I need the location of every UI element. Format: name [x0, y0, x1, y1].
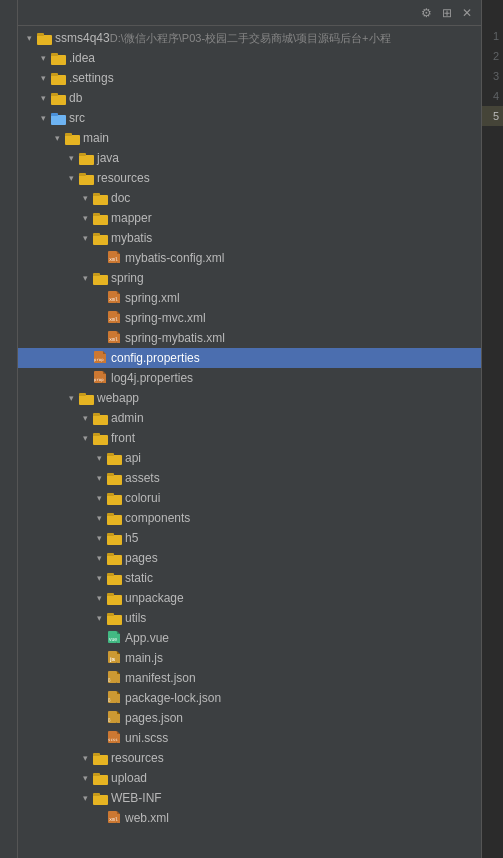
tree-item-components[interactable]: components [18, 508, 481, 528]
folder-icon [50, 90, 66, 106]
tree-arrow[interactable] [50, 131, 64, 145]
tree-item-pages[interactable]: pages [18, 548, 481, 568]
tree-item-label: api [125, 451, 141, 465]
tree-arrow[interactable] [64, 391, 78, 405]
tree-item-db[interactable]: db [18, 88, 481, 108]
tree-item-doc[interactable]: doc [18, 188, 481, 208]
tree-arrow[interactable] [92, 571, 106, 585]
tree-item-uni-scss[interactable]: scssuni.scss [18, 728, 481, 748]
folder-icon [92, 210, 108, 226]
tree-item-resources[interactable]: resources [18, 168, 481, 188]
tree-item--idea[interactable]: .idea [18, 48, 481, 68]
tree-item-api[interactable]: api [18, 448, 481, 468]
tree-item-label: package-lock.json [125, 691, 221, 705]
tree-item-src[interactable]: src [18, 108, 481, 128]
svg-rect-98 [93, 775, 108, 785]
svg-rect-7 [51, 93, 58, 96]
close-icon[interactable]: ✕ [459, 5, 475, 21]
svg-rect-20 [93, 235, 108, 245]
tree-arrow[interactable] [78, 791, 92, 805]
svg-rect-97 [93, 753, 100, 756]
folder-icon [92, 190, 108, 206]
tree-item-web-inf[interactable]: WEB-INF [18, 788, 481, 808]
tree-arrow[interactable] [64, 171, 78, 185]
props-icon: prop [92, 350, 108, 366]
sidebar-tab-favorites[interactable] [0, 850, 17, 858]
tree-arrow[interactable] [78, 411, 92, 425]
tree-item-label: WEB-INF [111, 791, 162, 805]
tree-arrow[interactable] [78, 751, 92, 765]
tree-arrow[interactable] [92, 611, 106, 625]
tree-item-label: static [125, 571, 153, 585]
tree-arrow[interactable] [78, 231, 92, 245]
tree-item-app-vue[interactable]: vueApp.vue [18, 628, 481, 648]
tree-arrow[interactable] [78, 271, 92, 285]
tree-item-spring-mvc-xml[interactable]: xmlspring-mvc.xml [18, 308, 481, 328]
tree-item-static[interactable]: static [18, 568, 481, 588]
tree-arrow[interactable] [36, 71, 50, 85]
tree-arrow[interactable] [36, 91, 50, 105]
tree-item-mybatis[interactable]: mybatis [18, 228, 481, 248]
tree-item-ssms4q43[interactable]: ssms4q43 D:\微信小程序\P03-校园二手交易商城\项目源码后台+小程 [18, 28, 481, 48]
tree-arrow[interactable] [36, 111, 50, 125]
tree-arrow[interactable] [64, 151, 78, 165]
tree-item-admin[interactable]: admin [18, 408, 481, 428]
tree-item-web-xml[interactable]: xmlweb.xml [18, 808, 481, 828]
tree-arrow[interactable] [78, 191, 92, 205]
svg-text:xml: xml [109, 316, 118, 322]
tree-item-h5[interactable]: h5 [18, 528, 481, 548]
tree-item-colorui[interactable]: colorui [18, 488, 481, 508]
tree-item--settings[interactable]: .settings [18, 68, 481, 88]
tree-arrow[interactable] [78, 431, 92, 445]
file-tree[interactable]: ssms4q43 D:\微信小程序\P03-校园二手交易商城\项目源码后台+小程… [18, 26, 481, 858]
sidebar-tab-project[interactable] [0, 0, 17, 8]
tree-item-upload[interactable]: upload [18, 768, 481, 788]
tree-item-pages-json[interactable]: {}pages.json [18, 708, 481, 728]
tree-item-front[interactable]: front [18, 428, 481, 448]
tree-item-label: components [125, 511, 190, 525]
tree-item-mapper[interactable]: mapper [18, 208, 481, 228]
tree-item-manifest-json[interactable]: {}manifest.json [18, 668, 481, 688]
settings-icon[interactable]: ⚙ [418, 5, 435, 21]
tree-arrow[interactable] [36, 51, 50, 65]
tree-item-label: App.vue [125, 631, 169, 645]
tree-arrow[interactable] [78, 211, 92, 225]
tree-item-assets[interactable]: assets [18, 468, 481, 488]
tree-arrow[interactable] [92, 531, 106, 545]
svg-marker-37 [117, 331, 120, 334]
tree-item-package-lock-json[interactable]: {}package-lock.json [18, 688, 481, 708]
tree-arrow[interactable] [92, 491, 106, 505]
tree-arrow[interactable] [92, 511, 106, 525]
line-number-1: 1 [482, 26, 503, 46]
tree-item-main-js[interactable]: jsmain.js [18, 648, 481, 668]
tree-arrow[interactable] [92, 451, 106, 465]
tree-item-spring-mybatis-xml[interactable]: xmlspring-mybatis.xml [18, 328, 481, 348]
tree-item-webapp[interactable]: webapp [18, 388, 481, 408]
tree-item-spring[interactable]: spring [18, 268, 481, 288]
tree-item-utils[interactable]: utils [18, 608, 481, 628]
sidebar-tab-structure[interactable] [0, 842, 17, 850]
tree-item-unpackage[interactable]: unpackage [18, 588, 481, 608]
layout-icon[interactable]: ⊞ [439, 5, 455, 21]
svg-rect-0 [37, 35, 52, 45]
svg-rect-71 [107, 613, 114, 616]
tree-arrow[interactable] [78, 771, 92, 785]
tree-arrow[interactable] [92, 591, 106, 605]
tree-item-spring-xml[interactable]: xmlspring.xml [18, 288, 481, 308]
svg-rect-26 [93, 275, 108, 285]
svg-rect-10 [65, 135, 80, 145]
tree-item-resources[interactable]: resources [18, 748, 481, 768]
folder-icon [92, 750, 108, 766]
svg-rect-68 [107, 595, 122, 605]
tree-item-mybatis-config-xml[interactable]: xmlmybatis-config.xml [18, 248, 481, 268]
tree-item-log4j-properties[interactable]: proplog4j.properties [18, 368, 481, 388]
tree-item-java[interactable]: java [18, 148, 481, 168]
tree-item-main[interactable]: main [18, 128, 481, 148]
tree-arrow[interactable] [22, 31, 36, 45]
svg-rect-99 [93, 773, 100, 776]
svg-rect-86 [117, 694, 120, 703]
tree-item-config-properties[interactable]: propconfig.properties [18, 348, 481, 368]
tree-arrow[interactable] [92, 551, 106, 565]
svg-rect-13 [79, 153, 86, 156]
tree-arrow[interactable] [92, 471, 106, 485]
